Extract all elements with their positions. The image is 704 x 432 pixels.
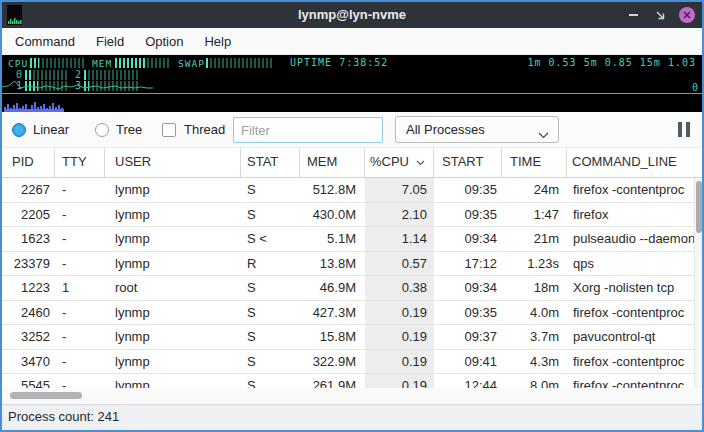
- menu-bar: Command Field Option Help: [2, 28, 702, 55]
- cell-cpu: 7.05: [365, 178, 434, 202]
- cell-stat: S: [241, 276, 300, 300]
- horizontal-scrollbar-thumb[interactable]: [10, 392, 82, 399]
- header-mem[interactable]: MEM: [300, 148, 365, 177]
- table-row[interactable]: 5545-lynmpS261.9M0.1912:448.0mfirefox -c…: [2, 374, 694, 388]
- cell-stat: R: [241, 252, 300, 276]
- header-cpu-label: %CPU: [370, 154, 409, 169]
- table-row[interactable]: 3470-lynmpS322.9M0.1909:414.3mfirefox -c…: [2, 350, 694, 375]
- cell-tty: -: [55, 203, 105, 227]
- cell-pid: 2205: [2, 203, 55, 227]
- graph-scale-zero: 0: [692, 82, 699, 93]
- cell-cpu: 0.19: [365, 374, 434, 388]
- close-icon[interactable]: [679, 7, 695, 23]
- header-tty[interactable]: TTY: [55, 148, 105, 177]
- cpu-meter: [30, 58, 84, 68]
- cell-pid: 1223: [2, 276, 55, 300]
- window-controls: [625, 2, 695, 28]
- header-start[interactable]: START: [434, 148, 502, 177]
- pause-button[interactable]: [678, 122, 696, 137]
- cell-mem: 427.3M: [300, 301, 365, 325]
- cell-tty: -: [55, 178, 105, 202]
- cell-cpu: 0.19: [365, 325, 434, 349]
- cell-time: 21m: [502, 227, 567, 251]
- header-cpu[interactable]: %CPU: [365, 148, 434, 177]
- cell-user: lynmp: [105, 252, 241, 276]
- filter-input[interactable]: [233, 117, 383, 143]
- cell-pid: 1623: [2, 227, 55, 251]
- process-scope-dropdown[interactable]: All Processes: [395, 116, 559, 143]
- linear-radio-label[interactable]: Linear: [33, 122, 69, 137]
- cell-mem: 261.9M: [300, 374, 365, 388]
- table-row[interactable]: 2205-lynmpS430.0M2.1009:351:47firefox: [2, 203, 694, 228]
- table-header: PID TTY USER STAT MEM %CPU START TIME CO…: [2, 148, 702, 178]
- cell-start: 09:41: [434, 350, 502, 374]
- cell-cpu: 1.14: [365, 227, 434, 251]
- table-row[interactable]: 3252-lynmpS15.8M0.1909:373.7mpavucontrol…: [2, 325, 694, 350]
- cell-stat: S: [241, 350, 300, 374]
- cpu-meter-label: CPU: [8, 58, 28, 69]
- cell-pid: 2460: [2, 301, 55, 325]
- cell-command_line: pulseaudio --daemon: [567, 227, 694, 251]
- restore-icon[interactable]: [652, 7, 668, 23]
- menu-help[interactable]: Help: [204, 34, 231, 49]
- cell-tty: 1: [55, 276, 105, 300]
- cell-start: 17:12: [434, 252, 502, 276]
- horizontal-scrollbar[interactable]: [2, 388, 702, 404]
- cell-cpu: 0.19: [365, 350, 434, 374]
- cell-user: lynmp: [105, 227, 241, 251]
- cell-time: 18m: [502, 276, 567, 300]
- vertical-scrollbar-thumb[interactable]: [696, 181, 702, 233]
- chevron-down-icon: [538, 127, 549, 142]
- table-row[interactable]: 2460-lynmpS427.3M0.1909:354.0mfirefox -c…: [2, 301, 694, 326]
- cell-tty: -: [55, 252, 105, 276]
- cell-start: 09:35: [434, 203, 502, 227]
- cell-start: 09:37: [434, 325, 502, 349]
- minimize-icon[interactable]: [625, 7, 641, 23]
- cell-command_line: firefox -contentproc: [567, 374, 694, 388]
- table-row[interactable]: 1623-lynmpS <5.1M1.1409:3421mpulseaudio …: [2, 227, 694, 252]
- cell-user: lynmp: [105, 325, 241, 349]
- swap-meter-label: SWAP: [178, 58, 205, 69]
- vertical-scrollbar[interactable]: [694, 178, 702, 388]
- header-stat[interactable]: STAT: [241, 148, 300, 177]
- header-time[interactable]: TIME: [502, 148, 567, 177]
- thread-checkbox-label[interactable]: Thread: [184, 122, 225, 137]
- cell-user: lynmp: [105, 374, 241, 388]
- cell-mem: 512.8M: [300, 178, 365, 202]
- process-scope-value: All Processes: [396, 117, 558, 142]
- tree-radio[interactable]: [95, 123, 109, 137]
- window-title: lynmp@lyn-nvme: [2, 2, 702, 28]
- table-body: 2267-lynmpS512.8M7.0509:3524mfirefox -co…: [2, 178, 694, 388]
- menu-option[interactable]: Option: [145, 34, 183, 49]
- cell-cpu: 0.57: [365, 252, 434, 276]
- cell-command_line: qps: [567, 252, 694, 276]
- cell-start: 12:44: [434, 374, 502, 388]
- table-row[interactable]: 2267-lynmpS512.8M7.0509:3524mfirefox -co…: [2, 178, 694, 203]
- linear-radio[interactable]: [12, 123, 26, 137]
- cell-mem: 5.1M: [300, 227, 365, 251]
- tree-radio-label[interactable]: Tree: [116, 122, 142, 137]
- mem-meter: [115, 58, 169, 68]
- cell-command_line: firefox -contentproc: [567, 350, 694, 374]
- cell-pid: 23379: [2, 252, 55, 276]
- controls-bar: Linear Tree Thread All Processes: [2, 112, 702, 148]
- table-row[interactable]: 23379-lynmpR13.8M0.5717:121.23sqps: [2, 252, 694, 277]
- cell-time: 8.0m: [502, 374, 567, 388]
- header-user[interactable]: USER: [105, 148, 241, 177]
- table-row[interactable]: 12231rootS46.9M0.3809:3418mXorg -noliste…: [2, 276, 694, 301]
- header-command-line[interactable]: COMMAND_LINE: [567, 148, 702, 177]
- cell-start: 09:35: [434, 178, 502, 202]
- header-pid[interactable]: PID: [2, 148, 55, 177]
- cell-tty: -: [55, 374, 105, 388]
- cell-cpu: 0.19: [365, 301, 434, 325]
- menu-command[interactable]: Command: [15, 34, 75, 49]
- thread-checkbox[interactable]: [162, 123, 176, 137]
- menu-field[interactable]: Field: [96, 34, 124, 49]
- cell-command_line: firefox -contentproc: [567, 301, 694, 325]
- title-bar[interactable]: lynmp@lyn-nvme: [2, 2, 702, 28]
- cell-stat: S: [241, 374, 300, 388]
- system-monitor-panel: CPU MEM SWAP UPTIME 7:38:52 1m 0.53 5m 0…: [2, 55, 702, 112]
- cpu-history-graph: [2, 78, 154, 93]
- cell-start: 09:34: [434, 227, 502, 251]
- cell-time: 24m: [502, 178, 567, 202]
